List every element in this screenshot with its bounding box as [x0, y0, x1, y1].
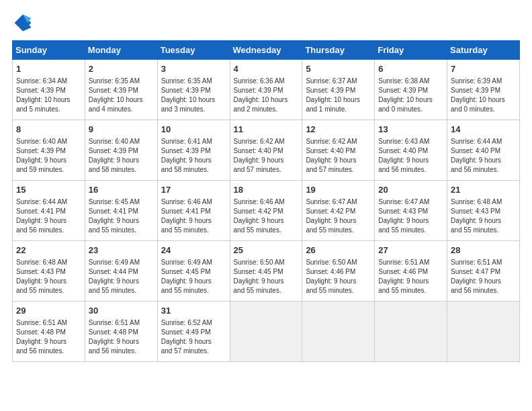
calendar-cell: 18Sunrise: 6:46 AMSunset: 4:42 PMDayligh… [230, 181, 302, 241]
day-number: 27 [378, 244, 443, 257]
calendar-cell: 7Sunrise: 6:39 AMSunset: 4:39 PMDaylight… [447, 60, 520, 120]
calendar-cell: 21Sunrise: 6:48 AMSunset: 4:43 PMDayligh… [447, 181, 520, 241]
day-number: 5 [306, 63, 371, 75]
day-info: Sunrise: 6:36 AMSunset: 4:39 PMDaylight:… [234, 77, 299, 114]
page: SundayMondayTuesdayWednesdayThursdayFrid… [0, 0, 532, 374]
day-number: 24 [161, 244, 226, 257]
day-info: Sunrise: 6:41 AMSunset: 4:39 PMDaylight:… [161, 137, 226, 175]
weekday-header-monday: Monday [85, 41, 157, 60]
calendar-cell: 22Sunrise: 6:48 AMSunset: 4:43 PMDayligh… [13, 241, 85, 302]
calendar-cell [375, 302, 447, 362]
day-number: 8 [16, 124, 81, 136]
day-info: Sunrise: 6:40 AMSunset: 4:39 PMDaylight:… [16, 137, 81, 175]
day-number: 23 [89, 244, 154, 257]
day-number: 10 [161, 124, 226, 136]
day-number: 6 [378, 63, 443, 75]
header [12, 12, 520, 34]
weekday-header-friday: Friday [375, 41, 447, 60]
calendar-cell: 1Sunrise: 6:34 AMSunset: 4:39 PMDaylight… [13, 60, 85, 120]
day-info: Sunrise: 6:35 AMSunset: 4:39 PMDaylight:… [89, 77, 154, 114]
day-number: 21 [451, 184, 516, 196]
week-row-4: 22Sunrise: 6:48 AMSunset: 4:43 PMDayligh… [13, 241, 520, 302]
day-info: Sunrise: 6:50 AMSunset: 4:45 PMDaylight:… [234, 258, 299, 295]
day-number: 16 [89, 184, 154, 196]
day-number: 19 [306, 184, 371, 196]
calendar-cell: 13Sunrise: 6:43 AMSunset: 4:40 PMDayligh… [375, 120, 447, 181]
weekday-header-tuesday: Tuesday [157, 41, 230, 60]
day-number: 12 [306, 124, 371, 136]
logo [12, 12, 36, 34]
day-number: 18 [234, 184, 299, 196]
day-number: 20 [378, 184, 443, 196]
day-info: Sunrise: 6:49 AMSunset: 4:45 PMDaylight:… [161, 258, 226, 295]
calendar-cell [302, 302, 375, 362]
calendar-cell: 4Sunrise: 6:36 AMSunset: 4:39 PMDaylight… [230, 60, 302, 120]
day-number: 13 [378, 124, 443, 136]
day-number: 2 [89, 63, 154, 75]
day-info: Sunrise: 6:47 AMSunset: 4:43 PMDaylight:… [378, 197, 443, 235]
weekday-header-thursday: Thursday [302, 41, 375, 60]
calendar-cell: 8Sunrise: 6:40 AMSunset: 4:39 PMDaylight… [13, 120, 85, 181]
calendar-cell: 3Sunrise: 6:35 AMSunset: 4:39 PMDaylight… [157, 60, 230, 120]
calendar-cell: 6Sunrise: 6:38 AMSunset: 4:39 PMDaylight… [375, 60, 447, 120]
calendar-cell: 20Sunrise: 6:47 AMSunset: 4:43 PMDayligh… [375, 181, 447, 241]
day-info: Sunrise: 6:49 AMSunset: 4:44 PMDaylight:… [89, 258, 154, 295]
calendar-cell: 24Sunrise: 6:49 AMSunset: 4:45 PMDayligh… [157, 241, 230, 302]
day-number: 28 [451, 244, 516, 257]
day-info: Sunrise: 6:42 AMSunset: 4:40 PMDaylight:… [306, 137, 371, 175]
calendar-cell: 9Sunrise: 6:40 AMSunset: 4:39 PMDaylight… [85, 120, 157, 181]
calendar-cell: 23Sunrise: 6:49 AMSunset: 4:44 PMDayligh… [85, 241, 157, 302]
day-info: Sunrise: 6:43 AMSunset: 4:40 PMDaylight:… [378, 137, 443, 175]
day-info: Sunrise: 6:48 AMSunset: 4:43 PMDaylight:… [451, 197, 516, 235]
week-row-5: 29Sunrise: 6:51 AMSunset: 4:48 PMDayligh… [13, 302, 520, 362]
day-info: Sunrise: 6:34 AMSunset: 4:39 PMDaylight:… [16, 77, 81, 114]
calendar-cell: 27Sunrise: 6:51 AMSunset: 4:46 PMDayligh… [375, 241, 447, 302]
day-info: Sunrise: 6:42 AMSunset: 4:40 PMDaylight:… [234, 137, 299, 175]
calendar-cell: 2Sunrise: 6:35 AMSunset: 4:39 PMDaylight… [85, 60, 157, 120]
day-number: 11 [234, 124, 299, 136]
calendar-cell: 15Sunrise: 6:44 AMSunset: 4:41 PMDayligh… [13, 181, 85, 241]
day-info: Sunrise: 6:37 AMSunset: 4:39 PMDaylight:… [306, 77, 371, 114]
day-info: Sunrise: 6:51 AMSunset: 4:47 PMDaylight:… [451, 258, 516, 295]
day-number: 31 [161, 305, 226, 317]
week-row-3: 15Sunrise: 6:44 AMSunset: 4:41 PMDayligh… [13, 181, 520, 241]
day-info: Sunrise: 6:51 AMSunset: 4:48 PMDaylight:… [89, 318, 154, 356]
day-info: Sunrise: 6:51 AMSunset: 4:46 PMDaylight:… [378, 258, 443, 295]
day-number: 29 [16, 305, 81, 317]
day-number: 15 [16, 184, 81, 196]
calendar-cell: 29Sunrise: 6:51 AMSunset: 4:48 PMDayligh… [13, 302, 85, 362]
day-info: Sunrise: 6:38 AMSunset: 4:39 PMDaylight:… [378, 77, 443, 114]
day-info: Sunrise: 6:40 AMSunset: 4:39 PMDaylight:… [89, 137, 154, 175]
day-info: Sunrise: 6:48 AMSunset: 4:43 PMDaylight:… [16, 258, 81, 295]
weekday-header-saturday: Saturday [447, 41, 520, 60]
week-row-2: 8Sunrise: 6:40 AMSunset: 4:39 PMDaylight… [13, 120, 520, 181]
day-number: 3 [161, 63, 226, 75]
day-info: Sunrise: 6:51 AMSunset: 4:48 PMDaylight:… [16, 318, 81, 356]
calendar-cell: 16Sunrise: 6:45 AMSunset: 4:41 PMDayligh… [85, 181, 157, 241]
calendar-table: SundayMondayTuesdayWednesdayThursdayFrid… [12, 40, 520, 362]
day-number: 22 [16, 244, 81, 257]
day-number: 7 [451, 63, 516, 75]
calendar-cell: 14Sunrise: 6:44 AMSunset: 4:40 PMDayligh… [447, 120, 520, 181]
day-info: Sunrise: 6:45 AMSunset: 4:41 PMDaylight:… [89, 197, 154, 235]
calendar-cell: 10Sunrise: 6:41 AMSunset: 4:39 PMDayligh… [157, 120, 230, 181]
day-info: Sunrise: 6:35 AMSunset: 4:39 PMDaylight:… [161, 77, 226, 114]
day-number: 4 [234, 63, 299, 75]
calendar-cell: 26Sunrise: 6:50 AMSunset: 4:46 PMDayligh… [302, 241, 375, 302]
logo-icon [12, 12, 34, 34]
calendar-cell: 19Sunrise: 6:47 AMSunset: 4:42 PMDayligh… [302, 181, 375, 241]
day-info: Sunrise: 6:46 AMSunset: 4:42 PMDaylight:… [234, 197, 299, 235]
calendar-cell [447, 302, 520, 362]
week-row-1: 1Sunrise: 6:34 AMSunset: 4:39 PMDaylight… [13, 60, 520, 120]
day-number: 14 [451, 124, 516, 136]
calendar-cell: 11Sunrise: 6:42 AMSunset: 4:40 PMDayligh… [230, 120, 302, 181]
day-info: Sunrise: 6:44 AMSunset: 4:41 PMDaylight:… [16, 197, 81, 235]
day-info: Sunrise: 6:52 AMSunset: 4:49 PMDaylight:… [161, 318, 226, 356]
day-number: 1 [16, 63, 81, 75]
calendar-cell: 17Sunrise: 6:46 AMSunset: 4:41 PMDayligh… [157, 181, 230, 241]
day-number: 25 [234, 244, 299, 257]
day-number: 30 [89, 305, 154, 317]
day-info: Sunrise: 6:44 AMSunset: 4:40 PMDaylight:… [451, 137, 516, 175]
calendar-cell [230, 302, 302, 362]
weekday-header-row: SundayMondayTuesdayWednesdayThursdayFrid… [13, 41, 520, 60]
